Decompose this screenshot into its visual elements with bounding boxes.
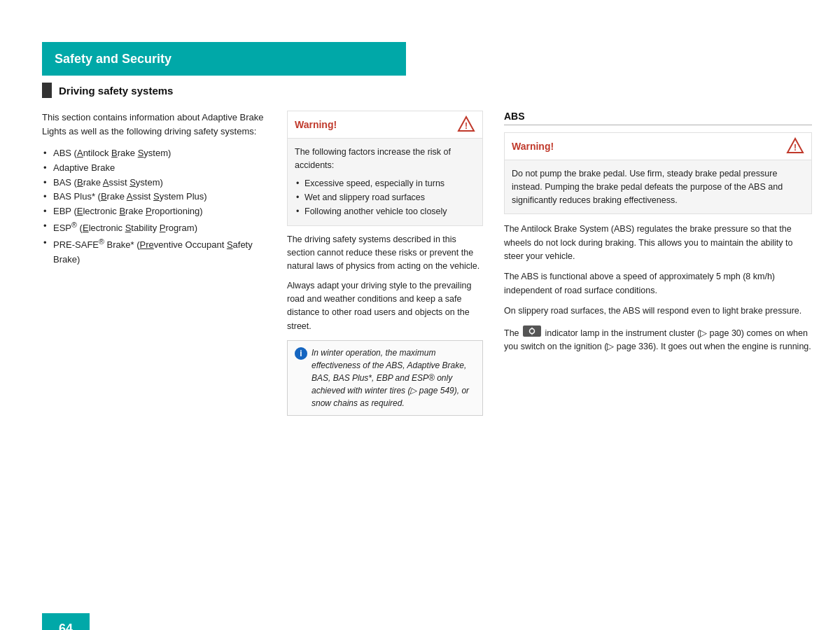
list-item: ABS (Antilock Brake System) — [42, 146, 266, 161]
warning-bullets: Excessive speed, especially in turns Wet… — [295, 176, 475, 218]
right-column: ABS Warning! ! Do not pump the brake ped… — [504, 111, 812, 416]
warning-triangle-icon-mid: ! — [457, 115, 475, 134]
warning-bullet: Following another vehicle too closely — [295, 204, 475, 218]
warning-bullet: Excessive speed, especially in turns — [295, 176, 475, 190]
abs-para2: The ABS is functional above a speed of a… — [504, 270, 812, 298]
abs-warning-text: Do not pump the brake pedal. Use firm, s… — [512, 169, 783, 205]
warning-header-mid: Warning! ! — [288, 111, 482, 139]
warning-para1: The driving safety systems described in … — [287, 233, 483, 274]
warning-para2: Always adapt your driving style to the p… — [287, 279, 483, 334]
abs-heading: ABS — [504, 111, 812, 122]
page-number-box: 64 — [42, 613, 90, 630]
abs-para3: On slippery road surfaces, the ABS will … — [504, 304, 812, 318]
warning-body-mid: The following factors increase the risk … — [288, 139, 482, 225]
intro-text: This section contains information about … — [42, 111, 266, 138]
warning-box-abs: Warning! ! Do not pump the brake pedal. … — [504, 132, 812, 214]
warning-header-abs: Warning! ! — [505, 133, 811, 160]
abs-para4-pre: The — [504, 328, 519, 338]
warning-bullet: Wet and slippery road surfaces — [295, 190, 475, 204]
list-item: EBP (Electronic Brake Proportioning) — [42, 204, 266, 219]
middle-column: Warning! ! The following factors increas… — [287, 111, 483, 416]
svg-text:!: ! — [465, 121, 468, 131]
abs-divider — [504, 125, 812, 125]
info-icon: i — [295, 347, 307, 360]
page-container: Safety and Security Driving safety syste… — [0, 42, 840, 630]
abs-para4: The indicator lamp in the instrument clu… — [504, 326, 812, 354]
warning-label-mid: Warning! — [295, 119, 337, 130]
main-content: This section contains information about … — [42, 111, 812, 416]
info-text: In winter operation, the maximum effecti… — [312, 346, 475, 410]
list-item: BAS (Brake Assist System) — [42, 176, 266, 190]
feature-list: ABS (Antilock Brake System) Adaptive Bra… — [42, 146, 266, 267]
warning-box-mid: Warning! ! The following factors increas… — [287, 111, 483, 226]
section-heading-row: Driving safety systems — [42, 83, 840, 98]
banner-title: Safety and Security — [55, 52, 172, 66]
section-heading: Driving safety systems — [59, 85, 173, 97]
abs-lamp-icon — [523, 326, 541, 337]
info-box: i In winter operation, the maximum effec… — [287, 340, 483, 416]
abs-warning-body: Do not pump the brake pedal. Use firm, s… — [505, 160, 811, 214]
abs-para4-post: indicator lamp in the instrument cluster… — [504, 328, 811, 351]
section-heading-bar — [42, 83, 52, 98]
list-item: ESP® (Electronic Stability Program) — [42, 219, 266, 236]
left-column: This section contains information about … — [42, 111, 266, 416]
list-item: BAS Plus* (Brake Assist System Plus) — [42, 190, 266, 204]
warning-triangle-icon-abs: ! — [786, 137, 804, 155]
list-item: PRE-SAFE® Brake* (Preventive Occu­pant S… — [42, 236, 266, 267]
warning-body-intro: The following factors increase the risk … — [295, 147, 451, 170]
list-item: Adaptive Brake — [42, 161, 266, 176]
page-number: 64 — [59, 622, 73, 631]
svg-text:!: ! — [794, 143, 797, 153]
warning-label-abs: Warning! — [512, 141, 554, 152]
abs-para1: The Antilock Brake System (ABS) regulate… — [504, 223, 812, 263]
header-banner: Safety and Security — [42, 42, 406, 76]
